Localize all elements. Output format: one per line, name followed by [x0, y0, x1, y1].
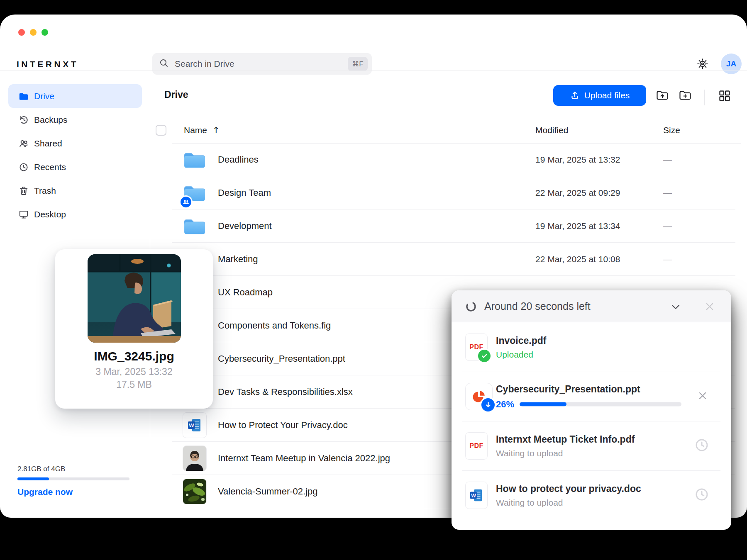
- upload-icon: [570, 90, 580, 100]
- upload-progress-panel: Around 20 seconds left PDF Invoice.pdf U…: [452, 290, 731, 530]
- file-name: Valencia-Summer-02.jpg: [218, 475, 317, 508]
- folder-icon: [18, 91, 29, 102]
- file-name: Dev Tasks & Responsibilities.xlsx: [218, 375, 353, 409]
- internxt-logo: INTERNXT: [17, 59, 78, 69]
- photo-thumbnail: [183, 480, 207, 504]
- search-bar[interactable]: ⌘F: [152, 53, 372, 75]
- preview-photo: [88, 254, 181, 343]
- desktop-monitor-icon: [18, 209, 29, 220]
- new-folder-icon[interactable]: [678, 88, 692, 102]
- upload-item: PDF Invoice.pdf Uploaded: [465, 322, 720, 372]
- check-success-icon: [477, 348, 492, 363]
- uploading-arrow-icon: [480, 397, 496, 413]
- avatar[interactable]: JA: [721, 54, 742, 74]
- upload-item: W How to protect your privacy.doc Waitin…: [465, 470, 720, 520]
- sidebar-item-label: Drive: [34, 91, 54, 101]
- sidebar-item-trash[interactable]: Trash: [8, 179, 142, 202]
- sidebar-item-label: Shared: [34, 139, 62, 149]
- storage-progress-bar: [17, 477, 129, 480]
- word-file-icon: W: [465, 482, 488, 509]
- file-name: Cybersecurity_Presentation.ppt: [218, 342, 345, 375]
- table-row[interactable]: Development 19 Mar, 2025 at 13:34 —: [150, 209, 741, 243]
- sort-ascending-icon: ↑: [212, 125, 220, 135]
- file-name: How to Protect Your Privacy.doc: [218, 409, 348, 442]
- close-window-icon[interactable]: [18, 29, 25, 36]
- table-row[interactable]: Design Team 22 Mar, 2025 at 09:29 —: [150, 176, 741, 209]
- file-size: —: [663, 143, 672, 176]
- preview-filename: IMG_3245.jpg: [55, 349, 213, 363]
- photo-thumbnail: [183, 446, 207, 470]
- upload-item-name: How to protect your privacy.doc: [496, 483, 641, 494]
- toolbar-divider: [704, 90, 705, 105]
- sidebar-item-shared[interactable]: Shared: [8, 131, 142, 155]
- folder-icon: [183, 214, 207, 238]
- shared-users-icon: [18, 138, 29, 149]
- upload-item-name: Internxt Meetup Ticket Info.pdf: [496, 433, 635, 445]
- sidebar-item-desktop[interactable]: Desktop: [8, 202, 142, 226]
- sidebar-item-label: Trash: [34, 186, 56, 196]
- upload-folder-icon[interactable]: [655, 88, 669, 102]
- file-modified: 19 Mar, 2025 at 13:32: [535, 143, 620, 176]
- folder-icon: [183, 148, 207, 172]
- word-doc-icon: W: [183, 413, 207, 437]
- upload-item-name: Cybersecurity_Presentation.ppt: [496, 383, 720, 394]
- cancel-upload-icon[interactable]: [696, 390, 709, 404]
- select-all-checkbox[interactable]: [156, 125, 166, 136]
- search-input[interactable]: [174, 58, 348, 69]
- zoom-window-icon[interactable]: [42, 29, 48, 36]
- file-size: —: [663, 243, 672, 276]
- file-size: —: [663, 209, 672, 243]
- clock-icon: [18, 162, 29, 173]
- sidebar-item-drive[interactable]: Drive: [8, 84, 142, 108]
- sidebar-item-label: Recents: [34, 162, 66, 172]
- file-name: Marketing: [218, 243, 258, 276]
- upload-files-button[interactable]: Upload files: [553, 85, 646, 106]
- upload-item: PDF Internxt Meetup Ticket Info.pdf Wait…: [465, 421, 720, 470]
- search-shortcut-badge: ⌘F: [348, 57, 368, 71]
- upload-progress-fill: [520, 402, 566, 406]
- upload-panel-header: Around 20 seconds left: [452, 290, 731, 322]
- file-name: Internxt Team Meetup in Valencia 2022.jp…: [218, 442, 390, 475]
- preview-size: 17.5 MB: [55, 379, 213, 390]
- table-row[interactable]: Marketing 22 Mar, 2025 at 10:08 —: [150, 243, 741, 276]
- file-name: Design Team: [218, 176, 271, 209]
- svg-text:W: W: [189, 422, 194, 429]
- upgrade-now-link[interactable]: Upgrade now: [17, 487, 73, 497]
- upload-files-label: Upload files: [584, 90, 630, 100]
- trash-icon: [18, 185, 29, 196]
- column-header-name[interactable]: Name ↑: [184, 125, 220, 136]
- upload-item-status: Waiting to upload: [496, 448, 635, 458]
- upload-item-status: Waiting to upload: [496, 497, 641, 507]
- waiting-clock-icon: [695, 487, 709, 503]
- minimize-window-icon[interactable]: [30, 29, 37, 36]
- search-icon: [159, 58, 169, 70]
- screenshot-stage: INTERNXT ⌘F JA Drive: [0, 0, 747, 560]
- waiting-clock-icon: [695, 438, 709, 454]
- backups-history-icon: [18, 114, 29, 125]
- upload-percent-label: 26%: [496, 399, 520, 409]
- close-icon[interactable]: [703, 300, 716, 313]
- settings-gear-icon[interactable]: [696, 57, 710, 71]
- file-modified: 22 Mar, 2025 at 10:08: [535, 243, 620, 276]
- upload-eta-label: Around 20 seconds left: [484, 300, 591, 312]
- sidebar-item-backups[interactable]: Backups: [8, 108, 142, 131]
- shared-users-badge-icon: [179, 195, 193, 209]
- column-header-modified[interactable]: Modified: [535, 125, 568, 136]
- svg-text:W: W: [471, 492, 476, 498]
- page-title: Drive: [164, 89, 188, 100]
- ppt-file-icon: [465, 383, 493, 410]
- spinner-icon: [465, 300, 477, 313]
- column-header-size[interactable]: Size: [663, 125, 680, 136]
- chevron-down-icon[interactable]: [669, 300, 682, 314]
- sidebar-item-label: Backups: [34, 115, 68, 125]
- file-size: —: [663, 176, 672, 209]
- file-name: Components and Tokens.fig: [218, 309, 331, 342]
- storage-usage-label: 2.81GB of 4GB: [17, 465, 65, 473]
- upload-item-status: Uploaded: [496, 349, 546, 359]
- file-modified: 19 Mar, 2025 at 13:34: [535, 209, 620, 243]
- sidebar-item-label: Desktop: [34, 209, 66, 219]
- sidebar-item-recents[interactable]: Recents: [8, 155, 142, 179]
- storage-progress-fill: [17, 477, 49, 480]
- grid-view-icon[interactable]: [718, 89, 732, 103]
- table-row[interactable]: Deadlines 19 Mar, 2025 at 13:32 —: [150, 143, 741, 176]
